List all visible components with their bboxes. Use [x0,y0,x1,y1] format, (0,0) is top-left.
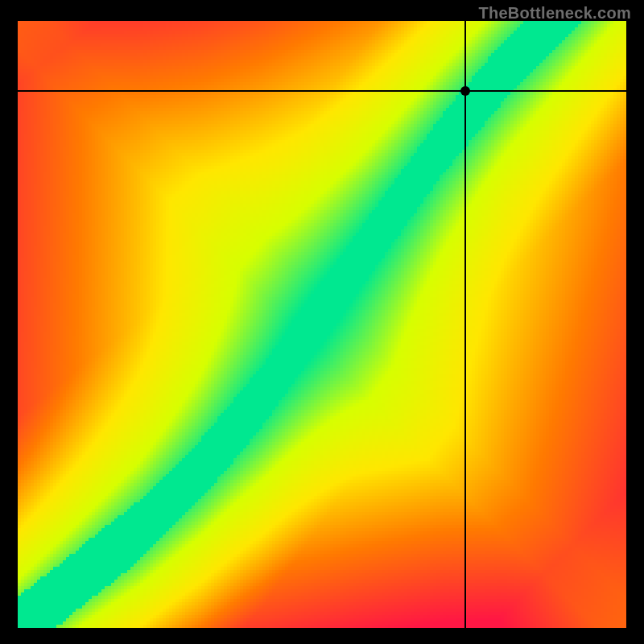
crosshair-horizontal [18,90,626,92]
crosshair-vertical [464,21,466,628]
heatmap-plot [18,21,626,628]
heatmap-canvas [18,21,626,628]
chart-container: TheBottleneck.com [0,0,644,644]
watermark-text: TheBottleneck.com [478,4,631,23]
data-point-marker [460,86,470,96]
